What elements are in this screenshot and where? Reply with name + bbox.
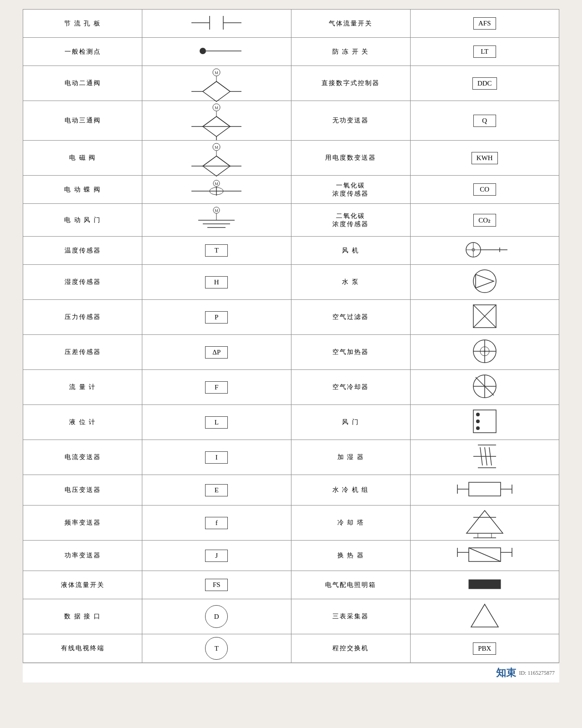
left-label-7: 温度传感器 — [23, 237, 142, 265]
right-label-16: 换 热 器 — [291, 541, 410, 571]
right-symbol-15 — [410, 506, 559, 541]
left-symbol-0 — [142, 10, 291, 38]
right-symbol-13 — [410, 440, 559, 475]
right-label-15: 冷 却 塔 — [291, 506, 410, 541]
right-label-10: 空气加热器 — [291, 335, 410, 370]
right-label-14: 水 冷 机 组 — [291, 475, 410, 506]
left-symbol-18: D — [142, 599, 291, 634]
right-symbol-11 — [410, 370, 559, 405]
right-label-7: 风 机 — [291, 237, 410, 265]
left-symbol-11: F — [142, 370, 291, 405]
left-symbol-2: M — [142, 66, 291, 101]
right-symbol-3: Q — [410, 101, 559, 141]
right-label-1: 防 冻 开 关 — [291, 38, 410, 66]
right-label-3: 无功变送器 — [291, 101, 410, 141]
left-symbol-14: E — [142, 475, 291, 506]
left-symbol-16: J — [142, 541, 291, 571]
right-label-9: 空气过滤器 — [291, 300, 410, 335]
right-symbol-18 — [410, 599, 559, 634]
svg-rect-85 — [469, 580, 501, 589]
right-label-19: 程控交换机 — [291, 634, 410, 663]
left-label-10: 压差传感器 — [23, 335, 142, 370]
right-symbol-10: + — [410, 335, 559, 370]
svg-point-45 — [473, 270, 496, 293]
left-label-6: 电 动 风 门 — [23, 204, 142, 237]
svg-point-60 — [476, 413, 480, 416]
left-label-0: 节 流 孔 板 — [23, 10, 142, 38]
left-label-11: 流 量 计 — [23, 370, 142, 405]
id-text: ID: 1165275877 — [519, 670, 555, 677]
left-label-9: 压力传感器 — [23, 300, 142, 335]
left-label-16: 功率变送器 — [23, 541, 142, 571]
right-symbol-2: DDC — [410, 66, 559, 101]
logo-text: 知束 — [496, 666, 516, 680]
left-symbol-8: H — [142, 265, 291, 300]
left-symbol-4: M — [142, 141, 291, 176]
left-symbol-7: T — [142, 237, 291, 265]
right-symbol-4: KWH — [410, 141, 559, 176]
right-label-12: 风 门 — [291, 405, 410, 440]
left-label-2: 电动二通阀 — [23, 66, 142, 101]
right-symbol-7 — [410, 237, 559, 265]
right-label-13: 加 湿 器 — [291, 440, 410, 475]
right-symbol-0: AFS — [410, 10, 559, 38]
right-label-6: 二氧化碳浓度传感器 — [291, 204, 410, 237]
right-symbol-6: CO₂ — [410, 204, 559, 237]
right-symbol-14 — [410, 475, 559, 506]
right-label-17: 电气配电照明箱 — [291, 571, 410, 599]
bottom-bar: 知束 ID: 1165275877 — [23, 663, 559, 682]
right-label-11: 空气冷却器 — [291, 370, 410, 405]
right-symbol-5: CO — [410, 176, 559, 204]
left-symbol-3: M — [142, 101, 291, 141]
left-label-4: 电 磁 阀 — [23, 141, 142, 176]
svg-marker-86 — [471, 604, 498, 627]
main-page: 节 流 孔 板 气体流量开关AFS一般检测点 防 冻 开 关LT电动二通阀 M … — [23, 9, 559, 682]
left-symbol-9: P — [142, 300, 291, 335]
left-symbol-19: T — [142, 634, 291, 663]
svg-text:M: M — [215, 208, 218, 213]
svg-marker-16 — [203, 116, 230, 126]
left-symbol-10: ΔP — [142, 335, 291, 370]
left-label-19: 有线电视终端 — [23, 634, 142, 663]
left-label-3: 电动三通阀 — [23, 101, 142, 141]
left-label-15: 频率变送器 — [23, 506, 142, 541]
left-label-14: 电压变送器 — [23, 475, 142, 506]
right-symbol-16 — [410, 541, 559, 571]
left-symbol-17: FS — [142, 571, 291, 599]
left-label-8: 湿度传感器 — [23, 265, 142, 300]
svg-rect-71 — [469, 482, 501, 496]
left-label-5: 电 动 蝶 阀 — [23, 176, 142, 204]
svg-text:M: M — [215, 106, 218, 110]
svg-marker-9 — [203, 81, 230, 91]
symbol-table: 节 流 孔 板 气体流量开关AFS一般检测点 防 冻 开 关LT电动二通阀 M … — [23, 9, 559, 663]
left-symbol-12: L — [142, 405, 291, 440]
svg-point-4 — [200, 48, 206, 54]
right-symbol-17 — [410, 571, 559, 599]
svg-text:+: + — [483, 348, 487, 354]
svg-text:M: M — [215, 182, 218, 186]
logo-area: 知束 ID: 1165275877 — [496, 666, 555, 680]
left-label-18: 数 据 接 口 — [23, 599, 142, 634]
right-symbol-9 — [410, 300, 559, 335]
svg-marker-24 — [203, 156, 230, 166]
left-symbol-15: f — [142, 506, 291, 541]
left-symbol-13: I — [142, 440, 291, 475]
left-symbol-1 — [142, 38, 291, 66]
svg-text:M: M — [215, 145, 218, 150]
right-label-18: 三表采集器 — [291, 599, 410, 634]
right-symbol-8 — [410, 265, 559, 300]
right-symbol-12 — [410, 405, 559, 440]
left-label-17: 液体流量开关 — [23, 571, 142, 599]
right-label-2: 直接数字式控制器 — [291, 66, 410, 101]
right-symbol-1: LT — [410, 38, 559, 66]
right-label-4: 用电度数变送器 — [291, 141, 410, 176]
left-symbol-6: M — [142, 204, 291, 237]
svg-text:M: M — [215, 71, 218, 75]
svg-line-82 — [469, 548, 501, 561]
svg-marker-46 — [476, 274, 494, 288]
right-label-8: 水 泵 — [291, 265, 410, 300]
right-label-5: 一氧化碳浓度传感器 — [291, 176, 410, 204]
svg-point-62 — [476, 426, 480, 430]
left-label-12: 液 位 计 — [23, 405, 142, 440]
left-symbol-5: M — [142, 176, 291, 204]
